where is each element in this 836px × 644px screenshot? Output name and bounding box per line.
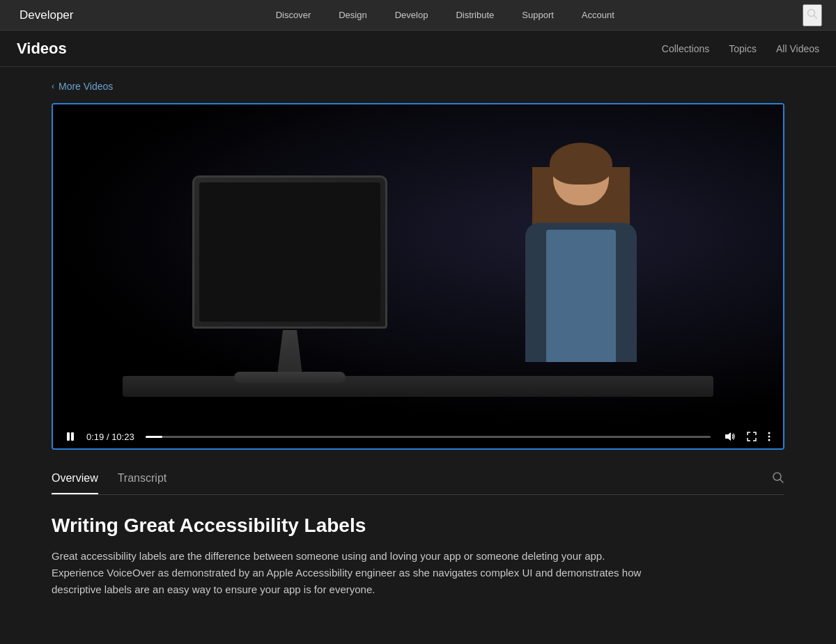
svg-point-6 — [768, 436, 771, 438]
imac — [192, 175, 387, 383]
imac-stand-neck — [272, 330, 307, 372]
video-scene — [53, 104, 783, 425]
imac-stand-base — [234, 372, 346, 383]
svg-point-5 — [768, 432, 771, 434]
breadcrumb[interactable]: ‹ More Videos — [52, 81, 784, 92]
tab-overview[interactable]: Overview — [52, 464, 98, 494]
secondary-nav-topics[interactable]: Topics — [729, 43, 757, 54]
tabs-section: Overview Transcript — [52, 464, 784, 495]
person-body — [525, 223, 637, 362]
imac-screen-inner — [199, 182, 380, 322]
presenter — [504, 146, 658, 383]
svg-rect-3 — [71, 432, 74, 441]
nav-link-develop[interactable]: Develop — [381, 0, 442, 31]
progress-bar[interactable] — [146, 436, 711, 438]
nav-links: Discover Design Develop Distribute Suppo… — [88, 0, 803, 31]
more-options-button[interactable] — [765, 430, 773, 443]
video-player[interactable]: 0:19 / 10:23 — [52, 103, 784, 450]
nav-link-discover[interactable]: Discover — [262, 0, 325, 31]
nav-link-account[interactable]: Account — [568, 0, 628, 31]
nav-right — [803, 4, 822, 26]
top-nav: Developer Discover Design Develop Distri… — [0, 0, 836, 31]
nav-logo-text: Developer — [20, 8, 74, 22]
svg-line-1 — [814, 15, 817, 18]
tab-transcript[interactable]: Transcript — [118, 464, 167, 494]
breadcrumb-label: More Videos — [59, 81, 113, 92]
nav-link-support[interactable]: Support — [508, 0, 568, 31]
page-title: Videos — [17, 40, 662, 58]
secondary-header: Videos Collections Topics All Videos — [0, 31, 836, 67]
back-chevron-icon: ‹ — [52, 81, 54, 91]
time-display: 0:19 / 10:23 — [86, 432, 134, 442]
nav-logo[interactable]: Developer — [14, 8, 74, 22]
fullscreen-button[interactable] — [744, 430, 759, 443]
video-controls: 0:19 / 10:23 — [53, 425, 783, 448]
progress-fill — [146, 436, 162, 438]
pause-button[interactable] — [63, 430, 78, 443]
nav-link-distribute[interactable]: Distribute — [442, 0, 508, 31]
svg-marker-4 — [725, 432, 731, 441]
person-head — [553, 146, 609, 205]
imac-screen — [192, 175, 387, 329]
person-hair — [550, 143, 612, 184]
main-content: ‹ More Videos — [35, 67, 801, 626]
content-title: Writing Great Accessibility Labels — [52, 515, 784, 537]
search-button[interactable] — [803, 4, 822, 26]
secondary-nav: Collections Topics All Videos — [662, 43, 819, 54]
secondary-nav-collections[interactable]: Collections — [662, 43, 709, 54]
nav-link-design[interactable]: Design — [325, 0, 380, 31]
volume-button[interactable] — [722, 430, 738, 443]
svg-point-7 — [768, 439, 771, 441]
svg-point-8 — [773, 473, 781, 480]
person-shirt — [546, 230, 616, 362]
svg-rect-2 — [67, 432, 70, 441]
secondary-nav-all-videos[interactable]: All Videos — [776, 43, 819, 54]
content-description: Great accessibility labels are the diffe… — [52, 548, 651, 598]
tab-search-button[interactable] — [772, 471, 784, 487]
controls-right — [722, 430, 773, 443]
svg-line-9 — [780, 480, 783, 482]
